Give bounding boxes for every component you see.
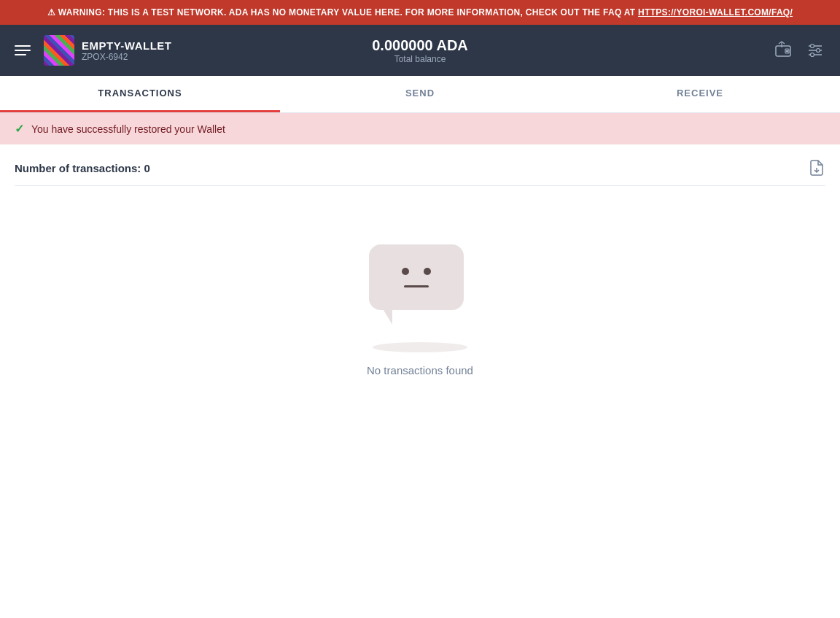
wallet-info: EMPTY-WALLET ZPOX-6942	[82, 39, 172, 62]
header-right	[773, 40, 825, 61]
no-transactions-text: No transactions found	[367, 364, 473, 376]
success-message: You have successfully restored your Wall…	[31, 123, 225, 135]
bubble-mouth	[404, 285, 429, 287]
shadow-ellipse	[373, 342, 467, 352]
export-icon[interactable]	[808, 159, 825, 177]
success-banner: ✓ You have successfully restored your Wa…	[0, 113, 840, 144]
check-icon: ✓	[15, 122, 24, 136]
wallet-id: ZPOX-6942	[82, 52, 172, 62]
svg-point-7	[817, 49, 820, 53]
bubble-eyes	[402, 268, 431, 275]
bubble-eye-left	[402, 268, 409, 275]
speech-bubble	[369, 244, 464, 310]
warning-icon: ⚠	[47, 7, 58, 18]
svg-point-8	[811, 53, 814, 57]
wallet-name: EMPTY-WALLET	[82, 39, 172, 52]
menu-icon[interactable]	[15, 45, 31, 55]
balance-amount: 0.000000 ADA	[372, 37, 468, 54]
tx-count-row: Number of transactions: 0	[15, 159, 825, 186]
tab-receive[interactable]: RECEIVE	[560, 76, 840, 112]
bubble-eye-right	[424, 268, 431, 275]
settings-icon[interactable]	[805, 40, 825, 61]
wallet-receive-icon[interactable]	[773, 40, 793, 61]
balance-label: Total balance	[394, 54, 446, 64]
svg-point-6	[811, 45, 814, 48]
empty-state: No transactions found	[15, 186, 825, 435]
header: EMPTY-WALLET ZPOX-6942 0.000000 ADA Tota…	[0, 25, 840, 76]
warning-text: WARNING: THIS IS A TEST NETWORK. ADA HAS…	[58, 7, 638, 18]
header-center: 0.000000 ADA Total balance	[372, 37, 468, 64]
nav-tabs: TRANSACTIONS SEND RECEIVE	[0, 76, 840, 113]
warning-link[interactable]: HTTPS://YOROI-WALLET.COM/FAQ/	[638, 7, 793, 18]
tx-count-text: Number of transactions: 0	[15, 162, 150, 174]
empty-illustration	[369, 244, 471, 310]
svg-point-2	[787, 50, 788, 52]
tab-send[interactable]: SEND	[280, 76, 560, 112]
tab-transactions[interactable]: TRANSACTIONS	[0, 76, 280, 112]
warning-bar: ⚠ WARNING: THIS IS A TEST NETWORK. ADA H…	[0, 0, 840, 25]
tx-count-number: 0	[144, 162, 150, 174]
content-area: Number of transactions: 0 No transaction…	[0, 144, 840, 449]
wallet-avatar	[44, 35, 74, 66]
